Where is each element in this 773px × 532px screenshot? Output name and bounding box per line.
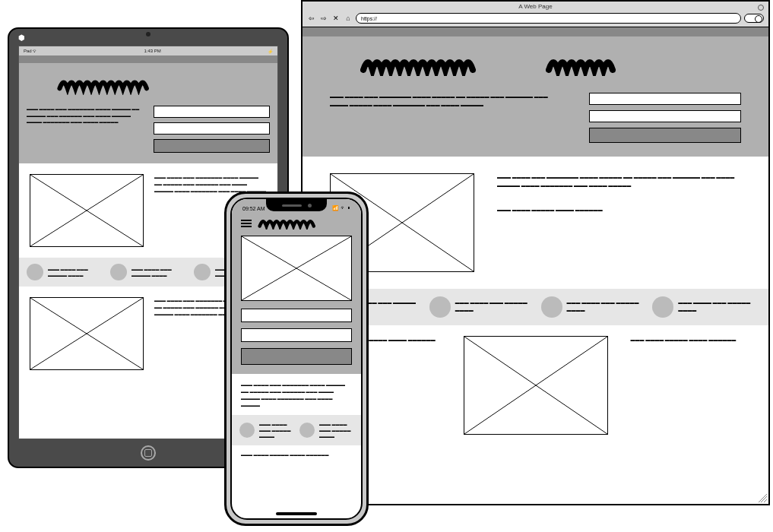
- browser-toggle[interactable]: [744, 14, 764, 23]
- phone-heading-scribble: [258, 217, 352, 230]
- phone-image-placeholder: [241, 236, 352, 301]
- tablet-status-right: ⚡: [268, 49, 273, 54]
- browser-stat-text-2: ▬▬▬ ▬▬▬▬ ▬▬▬ ▬▬▬▬▬ ▬▬▬▬: [455, 299, 531, 314]
- phone-device-frame: 09:52 AM 📶 ᯤ ▮ ▬▬▬ ▬▬▬▬ ▬▬▬ ▬▬▬▬▬▬▬ ▬▬▬▬…: [224, 192, 369, 526]
- browser-hero: ▬▬▬ ▬▬▬▬ ▬▬▬ ▬▬▬▬▬▬▬ ▬▬▬▬ ▬▬▬▬▬ ▬▬ ▬▬▬▬▬…: [303, 36, 768, 157]
- phone-stat-1: ▬▬▬ ▬▬▬▬ ▬▬▬ ▬▬▬▬▬ ▬▬▬▬: [239, 421, 293, 439]
- browser-window: A Web Page ⇦ ⇨ ✕ ⌂ https:// ▬: [301, 0, 770, 505]
- phone-input-1[interactable]: [241, 309, 352, 322]
- browser-input-1[interactable]: [589, 93, 741, 105]
- phone-home-indicator[interactable]: [276, 512, 317, 515]
- browser-input-2[interactable]: [589, 110, 741, 122]
- tablet-camera-dot: [146, 32, 150, 36]
- tablet-submit-button[interactable]: [154, 139, 270, 153]
- phone-camera-dot: [308, 204, 312, 207]
- tablet-hero: ▬▬▬ ▬▬▬▬ ▬▬▬ ▬▬▬▬▬▬▬ ▬▬▬▬ ▬▬▬▬▬ ▬▬ ▬▬▬▬▬…: [19, 63, 277, 163]
- phone-hero: [232, 213, 361, 374]
- phone-stat-text-1: ▬▬▬ ▬▬▬▬ ▬▬▬ ▬▬▬▬▬ ▬▬▬▬: [259, 421, 293, 439]
- stat-circle-icon: [429, 296, 451, 318]
- browser-title: A Web Page: [303, 3, 768, 10]
- browser-heading-scribble-1: [360, 53, 527, 76]
- tablet-stat-text-1: ▬▬▬ ▬▬▬▬ ▬▬▬ ▬▬▬▬▬ ▬▬▬▬: [48, 266, 103, 278]
- back-icon[interactable]: ⇦: [307, 14, 316, 23]
- browser-image-placeholder-2: [464, 336, 608, 435]
- browser-submit-button[interactable]: [589, 128, 741, 143]
- browser-content-text-group: ▬▬▬ ▬▬▬▬ ▬▬▬ ▬▬▬▬▬▬▬ ▬▬▬▬ ▬▬▬▬▬ ▬▬ ▬▬▬▬▬…: [497, 173, 741, 272]
- browser-content-text-1a: ▬▬▬ ▬▬▬▬ ▬▬▬ ▬▬▬▬▬▬▬ ▬▬▬▬ ▬▬▬▬▬ ▬▬ ▬▬▬▬▬…: [497, 173, 741, 191]
- browser-window-control[interactable]: [758, 5, 764, 11]
- stat-circle-icon: [239, 423, 255, 438]
- tablet-hero-form: [154, 106, 270, 153]
- forward-icon[interactable]: ⇨: [319, 14, 328, 23]
- browser-stats-strip: ▬▬▬ ▬▬▬▬ ▬▬▬ ▬▬▬▬▬ ▬▬▬▬ ▬▬▬ ▬▬▬▬ ▬▬▬ ▬▬▬…: [303, 289, 768, 325]
- tablet-home-button[interactable]: [141, 445, 156, 461]
- phone-screen: 09:52 AM 📶 ᯤ ▮ ▬▬▬ ▬▬▬▬ ▬▬▬ ▬▬▬▬▬▬▬ ▬▬▬▬…: [230, 198, 363, 520]
- tablet-status-time: 1:43 PM: [144, 49, 160, 53]
- phone-notch: [266, 199, 327, 211]
- browser-hero-form: [589, 93, 741, 143]
- browser-content-row-1: ▬▬▬ ▬▬▬▬ ▬▬▬ ▬▬▬▬▬▬▬ ▬▬▬▬ ▬▬▬▬▬ ▬▬ ▬▬▬▬▬…: [303, 157, 768, 289]
- browser-stat-2: ▬▬▬ ▬▬▬▬ ▬▬▬ ▬▬▬▬▬ ▬▬▬▬: [429, 296, 531, 318]
- tablet-input-1[interactable]: [154, 106, 270, 118]
- stat-circle-icon: [652, 296, 673, 318]
- phone-stats-strip: ▬▬▬ ▬▬▬▬ ▬▬▬ ▬▬▬▬▬ ▬▬▬▬ ▬▬▬ ▬▬▬▬ ▬▬▬ ▬▬▬…: [232, 415, 361, 445]
- address-bar[interactable]: https://: [356, 13, 741, 24]
- phone-speaker: [282, 204, 302, 207]
- browser-content-row-2: ▬▬▬ ▬▬▬▬ ▬▬▬▬▬ ▬▬▬▬ ▬▬▬▬▬▬ ▬▬▬ ▬▬▬▬ ▬▬▬▬…: [303, 325, 768, 435]
- tablet-nav-strip: [19, 55, 277, 63]
- phone-stat-2: ▬▬▬ ▬▬▬▬ ▬▬▬ ▬▬▬▬▬ ▬▬▬▬: [299, 421, 353, 439]
- browser-stat-text-4: ▬▬▬ ▬▬▬▬ ▬▬▬ ▬▬▬▬▬ ▬▬▬▬: [678, 299, 753, 314]
- browser-hero-text: ▬▬▬ ▬▬▬▬ ▬▬▬ ▬▬▬▬▬▬▬ ▬▬▬▬ ▬▬▬▬▬ ▬▬ ▬▬▬▬▬…: [330, 93, 559, 143]
- url-scheme: https://: [361, 16, 377, 21]
- browser-stat-text-3: ▬▬▬ ▬▬▬▬ ▬▬▬ ▬▬▬▬▬ ▬▬▬▬: [567, 299, 642, 314]
- browser-stat-3: ▬▬▬ ▬▬▬▬ ▬▬▬ ▬▬▬▬▬ ▬▬▬▬: [541, 296, 642, 318]
- browser-viewport: ▬▬▬ ▬▬▬▬ ▬▬▬ ▬▬▬▬▬▬▬ ▬▬▬▬ ▬▬▬▬▬ ▬▬ ▬▬▬▬▬…: [303, 27, 768, 504]
- tablet-image-placeholder-2: [30, 297, 144, 370]
- stat-circle-icon: [194, 264, 211, 280]
- browser-heading-scribble-2: [546, 53, 645, 76]
- android-icon: ⬢: [18, 33, 25, 42]
- phone-time: 09:52 AM: [242, 206, 265, 211]
- phone-bottom-text: ▬▬▬ ▬▬▬▬ ▬▬▬▬▬ ▬▬▬▬ ▬▬▬▬▬▬: [232, 451, 361, 458]
- tablet-stat-text-2: ▬▬▬ ▬▬▬▬ ▬▬▬ ▬▬▬▬▬ ▬▬▬▬: [131, 266, 186, 278]
- tablet-image-placeholder-1: [30, 174, 144, 247]
- hamburger-menu-icon[interactable]: [241, 220, 252, 227]
- home-icon[interactable]: ⌂: [344, 14, 353, 23]
- tablet-stat-1: ▬▬▬ ▬▬▬▬ ▬▬▬ ▬▬▬▬▬ ▬▬▬▬: [27, 264, 103, 280]
- stop-icon[interactable]: ✕: [331, 14, 341, 23]
- phone-signal-icons: 📶 ᯤ ▮: [332, 205, 350, 211]
- browser-chrome: A Web Page ⇦ ⇨ ✕ ⌂ https://: [303, 2, 768, 27]
- browser-stat-4: ▬▬▬ ▬▬▬▬ ▬▬▬ ▬▬▬▬▬ ▬▬▬▬: [652, 296, 753, 318]
- tablet-status-left: Pad ᯤ: [24, 49, 37, 53]
- tablet-stat-2: ▬▬▬ ▬▬▬▬ ▬▬▬ ▬▬▬▬▬ ▬▬▬▬: [110, 264, 186, 280]
- browser-bottom-text-right: ▬▬▬ ▬▬▬▬ ▬▬▬▬▬ ▬▬▬▬ ▬▬▬▬▬▬: [631, 336, 742, 344]
- tablet-hero-text: ▬▬▬ ▬▬▬▬ ▬▬▬ ▬▬▬▬▬▬▬ ▬▬▬▬ ▬▬▬▬▬ ▬▬ ▬▬▬▬▬…: [27, 106, 143, 153]
- stat-circle-icon: [110, 264, 127, 280]
- phone-content-text: ▬▬▬ ▬▬▬▬ ▬▬▬ ▬▬▬▬▬▬▬ ▬▬▬▬ ▬▬▬▬▬ ▬▬ ▬▬▬▬▬…: [232, 382, 361, 409]
- stat-circle-icon: [541, 296, 562, 318]
- tablet-status-bar: Pad ᯤ 1:43 PM ⚡: [19, 46, 277, 55]
- browser-nav-strip: [303, 27, 768, 36]
- phone-input-2[interactable]: [241, 328, 352, 342]
- phone-stat-text-2: ▬▬▬ ▬▬▬▬ ▬▬▬ ▬▬▬▬▬ ▬▬▬▬: [319, 421, 353, 439]
- resize-handle-icon[interactable]: [758, 493, 767, 502]
- stat-circle-icon: [299, 423, 315, 438]
- stat-circle-icon: [27, 264, 43, 280]
- browser-toolbar: ⇦ ⇨ ✕ ⌂ https://: [307, 12, 764, 24]
- tablet-heading-scribble: [57, 75, 270, 95]
- tablet-input-2[interactable]: [154, 122, 270, 135]
- phone-submit-button[interactable]: [241, 348, 352, 365]
- browser-content-text-1b: ▬▬▬ ▬▬▬▬ ▬▬▬▬▬ ▬▬▬▬ ▬▬▬▬▬▬: [497, 206, 741, 214]
